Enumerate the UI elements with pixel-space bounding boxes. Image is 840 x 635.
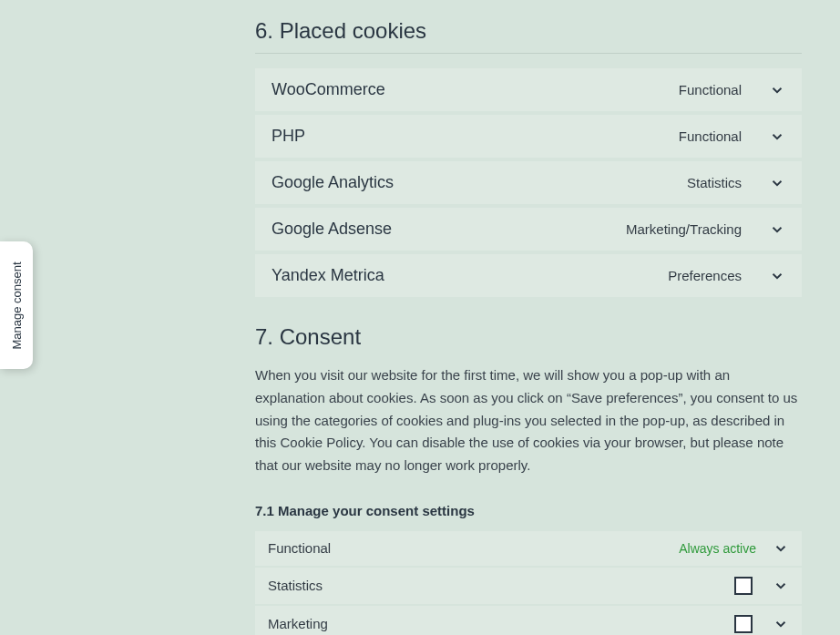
cookie-name: PHP: [271, 127, 679, 146]
heading-placed-cookies: 6. Placed cookies: [255, 18, 802, 54]
chevron-down-icon: [769, 268, 785, 284]
chevron-down-icon: [773, 540, 789, 557]
consent-row-statistics[interactable]: Statistics: [255, 568, 802, 604]
consent-label: Functional: [268, 540, 679, 556]
chevron-down-icon: [769, 82, 785, 98]
manage-consent-tab-label: Manage consent: [10, 261, 24, 349]
chevron-down-icon: [773, 578, 789, 594]
cookie-row-php[interactable]: PHP Functional: [255, 115, 802, 158]
consent-label: Marketing: [268, 616, 734, 631]
manage-consent-tab[interactable]: Manage consent: [0, 241, 33, 369]
consent-settings-list: Functional Always active Statistics Mark…: [255, 531, 802, 635]
cookie-row-google-analytics[interactable]: Google Analytics Statistics: [255, 161, 802, 204]
cookie-name: Google Analytics: [271, 173, 687, 192]
cookie-tag: Functional: [679, 82, 742, 97]
chevron-down-icon: [769, 128, 785, 145]
cookie-name: Google Adsense: [271, 220, 626, 239]
consent-checkbox-marketing[interactable]: [734, 615, 753, 633]
consent-paragraph: When you visit our website for the first…: [255, 364, 802, 477]
chevron-down-icon: [769, 175, 785, 191]
cookie-tag: Preferences: [668, 268, 742, 283]
consent-status-always-active: Always active: [679, 541, 756, 556]
cookie-tag: Marketing/Tracking: [626, 221, 742, 237]
consent-row-functional[interactable]: Functional Always active: [255, 531, 802, 566]
cookie-name: Yandex Metrica: [271, 266, 668, 285]
cookies-accordion-list: WooCommerce Functional PHP Functional Go…: [255, 68, 802, 297]
cookie-row-yandex-metrica[interactable]: Yandex Metrica Preferences: [255, 254, 802, 297]
heading-manage-settings: 7.1 Manage your consent settings: [255, 503, 802, 518]
chevron-down-icon: [773, 616, 789, 632]
chevron-down-icon: [769, 221, 785, 238]
consent-checkbox-statistics[interactable]: [734, 577, 753, 595]
heading-consent: 7. Consent: [255, 324, 802, 350]
cookie-name: WooCommerce: [271, 80, 679, 99]
cookie-row-woocommerce[interactable]: WooCommerce Functional: [255, 68, 802, 111]
cookie-tag: Statistics: [687, 175, 742, 190]
consent-label: Statistics: [268, 578, 734, 593]
consent-row-marketing[interactable]: Marketing: [255, 606, 802, 635]
main-content: 6. Placed cookies WooCommerce Functional…: [255, 0, 802, 635]
cookie-tag: Functional: [679, 128, 742, 144]
cookie-row-google-adsense[interactable]: Google Adsense Marketing/Tracking: [255, 208, 802, 251]
